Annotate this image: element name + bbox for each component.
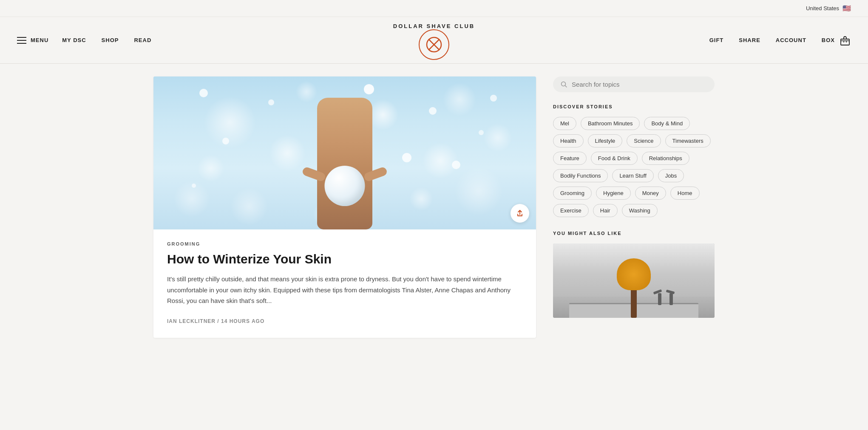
article-hero-image bbox=[153, 76, 536, 229]
snow-circle bbox=[452, 161, 460, 169]
nav-link-read[interactable]: READ bbox=[134, 37, 151, 43]
snow-circle bbox=[192, 184, 196, 188]
nav-left: MENU MY DSC SHOP READ bbox=[17, 37, 151, 44]
article-time-ago: 14 HOURS AGO bbox=[221, 318, 264, 324]
logo-x-icon bbox=[426, 37, 442, 53]
sponge-head bbox=[617, 258, 651, 290]
snowball bbox=[325, 166, 365, 206]
tag-pill-money[interactable]: Money bbox=[635, 187, 666, 200]
main-content: GROOMING How to Winterize Your Skin It's… bbox=[136, 64, 732, 351]
tag-pill-washing[interactable]: Washing bbox=[622, 204, 658, 217]
brand-name: DOLLAR SHAVE CLUB bbox=[393, 23, 475, 29]
article-section: GROOMING How to Winterize Your Skin It's… bbox=[153, 76, 536, 338]
flag-icon: 🇺🇸 bbox=[842, 4, 851, 12]
figure-body bbox=[317, 98, 372, 229]
article-category: GROOMING bbox=[167, 241, 522, 246]
nav-right: GIFT SHARE ACCOUNT BOX bbox=[709, 34, 851, 46]
snow-circle bbox=[199, 89, 208, 97]
tag-pill-feature[interactable]: Feature bbox=[553, 152, 587, 165]
sponge-scene bbox=[553, 243, 715, 318]
nav-link-shop[interactable]: SHOP bbox=[102, 37, 119, 43]
search-container bbox=[553, 76, 715, 92]
tag-pill-food-and-drink[interactable]: Food & Drink bbox=[591, 152, 638, 165]
snow-circle bbox=[479, 130, 484, 135]
tag-pill-hair[interactable]: Hair bbox=[593, 204, 618, 217]
tag-pill-science[interactable]: Science bbox=[627, 134, 661, 147]
tags-container: MelBathroom MinutesBody & MindHealthLife… bbox=[553, 117, 715, 217]
region-selector[interactable]: United States 🇺🇸 bbox=[806, 4, 851, 12]
article-title: How to Winterize Your Skin bbox=[167, 252, 522, 267]
header: DOLLAR SHAVE CLUB MENU MY DSC SHOP READ bbox=[0, 17, 868, 64]
region-label: United States bbox=[806, 5, 839, 11]
tag-pill-home[interactable]: Home bbox=[670, 187, 700, 200]
tag-pill-hygiene[interactable]: Hygiene bbox=[596, 187, 631, 200]
article-card: GROOMING How to Winterize Your Skin It's… bbox=[153, 76, 536, 338]
menu-button[interactable]: MENU bbox=[17, 37, 48, 44]
nav-link-account[interactable]: ACCOUNT bbox=[776, 37, 806, 43]
also-like-section: YOU MIGHT ALSO LIKE bbox=[553, 231, 715, 318]
article-meta: IAN LECKLITNER / 14 HOURS AGO bbox=[167, 318, 522, 324]
logo[interactable] bbox=[419, 29, 449, 60]
main-nav: DOLLAR SHAVE CLUB MENU MY DSC SHOP READ bbox=[0, 17, 868, 64]
search-icon bbox=[561, 81, 567, 88]
menu-label: MENU bbox=[31, 37, 48, 43]
search-input[interactable] bbox=[572, 81, 707, 88]
nav-links: MY DSC SHOP READ bbox=[62, 37, 151, 43]
nav-link-share[interactable]: SHARE bbox=[739, 37, 760, 43]
tag-pill-timewasters[interactable]: Timewasters bbox=[665, 134, 711, 147]
tag-pill-exercise[interactable]: Exercise bbox=[553, 204, 589, 217]
logo-circle bbox=[419, 29, 449, 60]
article-author: IAN LECKLITNER bbox=[167, 318, 216, 324]
snow-circle bbox=[268, 99, 274, 105]
tag-pill-relationships[interactable]: Relationships bbox=[642, 152, 689, 165]
also-like-image[interactable] bbox=[553, 243, 715, 318]
top-bar: United States 🇺🇸 bbox=[0, 0, 868, 17]
image-bg bbox=[153, 76, 536, 229]
nav-link-mydsc[interactable]: MY DSC bbox=[62, 37, 86, 43]
box-icon bbox=[839, 34, 851, 46]
snow-circle bbox=[429, 107, 437, 115]
tag-pill-health[interactable]: Health bbox=[553, 134, 584, 147]
discover-stories-section: DISCOVER STORIES MelBathroom MinutesBody… bbox=[553, 104, 715, 217]
faucet-right bbox=[669, 293, 673, 305]
tag-pill-jobs[interactable]: Jobs bbox=[658, 169, 684, 182]
figure bbox=[302, 85, 387, 229]
box-label: BOX bbox=[822, 37, 835, 43]
right-sidebar: DISCOVER STORIES MelBathroom MinutesBody… bbox=[553, 76, 715, 338]
tag-pill-grooming[interactable]: Grooming bbox=[553, 187, 592, 200]
discover-title: DISCOVER STORIES bbox=[553, 104, 715, 109]
tag-pill-bathroom-minutes[interactable]: Bathroom Minutes bbox=[581, 117, 640, 130]
svg-rect-4 bbox=[841, 39, 849, 45]
snow-circle bbox=[402, 153, 411, 162]
snow-circle bbox=[222, 138, 229, 144]
box-nav-item[interactable]: BOX bbox=[822, 34, 851, 46]
tag-pill-mel[interactable]: Mel bbox=[553, 117, 576, 130]
tag-pill-body-and-mind[interactable]: Body & Mind bbox=[644, 117, 690, 130]
also-like-title: YOU MIGHT ALSO LIKE bbox=[553, 231, 715, 236]
faucet-left bbox=[658, 293, 661, 305]
article-excerpt: It's still pretty chilly outside, and th… bbox=[167, 274, 522, 306]
meta-separator: / bbox=[217, 318, 221, 324]
tag-pill-learn-stuff[interactable]: Learn Stuff bbox=[612, 169, 653, 182]
share-button[interactable] bbox=[511, 204, 529, 223]
share-icon bbox=[516, 209, 524, 218]
hamburger-icon bbox=[17, 37, 26, 44]
nav-link-gift[interactable]: GIFT bbox=[709, 37, 724, 43]
tag-pill-lifestyle[interactable]: Lifestyle bbox=[588, 134, 623, 147]
article-body: GROOMING How to Winterize Your Skin It's… bbox=[153, 229, 536, 338]
tag-pill-bodily-functions[interactable]: Bodily Functions bbox=[553, 169, 608, 182]
